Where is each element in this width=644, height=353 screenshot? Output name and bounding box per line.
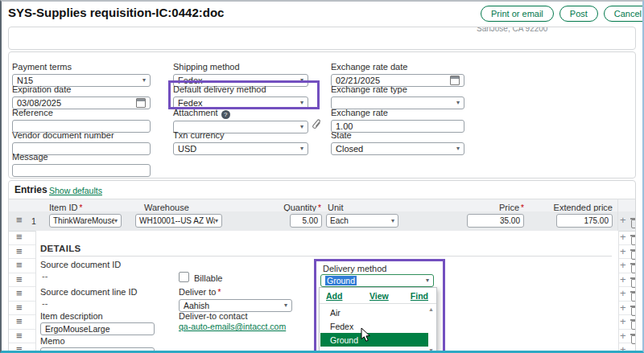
source-document-id-value: -- <box>42 271 47 281</box>
delivery-method-combobox[interactable]: Ground ▾ <box>320 274 434 287</box>
calendar-icon[interactable] <box>136 98 146 108</box>
default-delivery-method-label: Default delivery method <box>173 84 308 95</box>
txn-currency-select[interactable]: USD▾ <box>173 142 308 155</box>
row-drag-handle[interactable]: ≡ <box>16 261 23 270</box>
row-drag-handle[interactable]: ≡ <box>16 275 23 285</box>
item-description-input[interactable]: ErgoMouseLarge <box>40 322 155 335</box>
chevron-down-icon: ▾ <box>300 100 303 106</box>
price-input[interactable]: 35.00 <box>467 214 524 228</box>
add-row-button[interactable]: + <box>620 331 626 341</box>
delete-row-button[interactable] <box>631 335 636 344</box>
vendor-document-number-label: Vendor document number <box>12 130 151 141</box>
deliver-to-contact-link[interactable]: qa-auto-emails@intacct.com <box>179 322 286 331</box>
action-buttons: Print or email Post Cancel More action <box>481 6 644 22</box>
add-row-button[interactable]: + <box>620 215 626 225</box>
warehouse-select[interactable]: WH10001--US AZ War▾ <box>135 214 222 228</box>
deliver-to-select[interactable]: Aahish▾ <box>179 299 292 312</box>
delete-row-button[interactable] <box>631 279 636 288</box>
find-link[interactable]: Find <box>411 291 428 301</box>
quantity-input[interactable]: 5.00 <box>290 214 322 228</box>
chevron-down-icon: ▾ <box>142 77 146 84</box>
exchange-rate-label: Exchange rate <box>331 108 464 118</box>
add-row-button[interactable]: + <box>620 303 626 313</box>
add-row-button[interactable]: + <box>620 275 626 285</box>
chevron-down-icon: ▾ <box>284 302 287 309</box>
delivery-method-dropdown: Add View Find Air Fedex Ground ▲ ▼ <box>319 287 437 353</box>
extended-price-input[interactable]: 175.00 <box>556 214 613 228</box>
deliver-to-label: Deliver to* <box>179 287 221 298</box>
details-heading: DETAILS <box>40 244 80 253</box>
unit-select[interactable]: Each▾ <box>326 214 398 228</box>
message-label: Message <box>12 152 151 162</box>
state-label: State <box>331 130 464 141</box>
delete-row-button[interactable] <box>631 220 636 228</box>
entries-card: Entries Show defaults Item ID* Warehouse… <box>8 180 636 353</box>
exchange-rate-type-label: Exchange rate type <box>331 84 464 95</box>
delete-row-button[interactable] <box>631 321 636 330</box>
delete-row-button[interactable] <box>631 265 636 273</box>
add-row-button[interactable]: + <box>620 247 626 257</box>
attachment-label: Attachment? <box>173 108 308 119</box>
delete-row-button[interactable] <box>631 307 636 316</box>
row-drag-handle[interactable]: ≡ <box>16 247 23 257</box>
billable-checkbox[interactable] <box>179 272 189 282</box>
add-link[interactable]: Add <box>326 291 342 301</box>
chevron-down-icon: ▾ <box>300 77 303 84</box>
row-drag-handle[interactable]: ≡ <box>16 232 23 242</box>
cancel-button[interactable]: Cancel <box>604 6 644 22</box>
show-defaults-link[interactable]: Show defaults <box>49 186 102 195</box>
add-row-button[interactable]: + <box>620 261 626 270</box>
chevron-down-icon: ▾ <box>456 146 460 152</box>
reference-label: Reference <box>12 108 151 118</box>
post-button[interactable]: Post <box>559 6 598 22</box>
row-drag-handle[interactable]: ≡ <box>16 331 23 341</box>
row-drag-handle[interactable]: ≡ <box>16 345 23 353</box>
message-input[interactable] <box>12 164 151 177</box>
chevron-down-icon: ▾ <box>114 218 118 224</box>
delete-row-button[interactable] <box>631 293 636 302</box>
row-drag-handle[interactable]: ≡ <box>16 317 23 326</box>
chevron-down-icon: ▾ <box>215 218 218 224</box>
row-drag-handle[interactable]: ≡ <box>16 215 23 225</box>
chevron-down-icon: ▾ <box>391 218 394 224</box>
option-fedex[interactable]: Fedex <box>320 319 428 333</box>
source-document-id-label: Source document ID <box>40 260 121 270</box>
delete-row-button[interactable] <box>631 236 636 245</box>
memo-input[interactable] <box>40 347 155 353</box>
top-bar: SYS-Supplies requisition-IC:0442:doc Pri… <box>2 2 642 26</box>
billable-label: Billable <box>194 273 222 284</box>
source-document-line-id-label: Source document line ID <box>40 287 137 298</box>
add-row-button[interactable]: + <box>620 232 626 242</box>
delivery-method-label: Delivery method <box>323 264 386 274</box>
form-card: Payment terms N15▾ Expiration date 03/08… <box>8 51 636 179</box>
item-description-label: Item description <box>40 311 103 322</box>
add-row-button[interactable]: + <box>620 317 626 326</box>
page-title: SYS-Supplies requisition-IC:0442:doc <box>8 6 224 19</box>
memo-label: Memo <box>40 336 65 347</box>
print-or-email-button[interactable]: Print or email <box>481 6 554 22</box>
add-row-button[interactable]: + <box>620 289 626 298</box>
row-number: 1 <box>31 216 36 226</box>
row-drag-handle[interactable]: ≡ <box>16 303 23 313</box>
view-link[interactable]: View <box>369 291 389 301</box>
paperclip-icon[interactable] <box>312 119 322 133</box>
scroll-down-icon[interactable]: ▼ <box>428 347 434 353</box>
details-divider <box>40 256 612 257</box>
add-row-button[interactable]: + <box>620 345 626 353</box>
address-card: SanJose, CA 92200 <box>8 27 636 50</box>
dropdown-divider <box>320 303 436 304</box>
delete-row-button[interactable] <box>631 251 636 260</box>
document-window: SYS-Supplies requisition-IC:0442:doc Pri… <box>0 0 644 353</box>
entry-row-1: ≡ 1 ThinkWareMouse2.0--I▾ WH10001--US AZ… <box>9 211 635 232</box>
scroll-up-icon[interactable]: ▲ <box>428 306 434 312</box>
option-ground[interactable]: Ground <box>320 333 428 347</box>
state-select[interactable]: Closed▾ <box>331 142 464 155</box>
address-text: SanJose, CA 92200 <box>477 27 547 33</box>
selected-text: Ground <box>325 276 357 285</box>
row-drag-handle[interactable]: ≡ <box>16 289 23 298</box>
item-id-select[interactable]: ThinkWareMouse2.0--I▾ <box>49 214 122 228</box>
option-air[interactable]: Air <box>320 306 428 319</box>
help-icon[interactable]: ? <box>221 110 230 119</box>
chevron-down-icon: ▾ <box>300 146 303 152</box>
mouse-cursor <box>361 327 371 346</box>
